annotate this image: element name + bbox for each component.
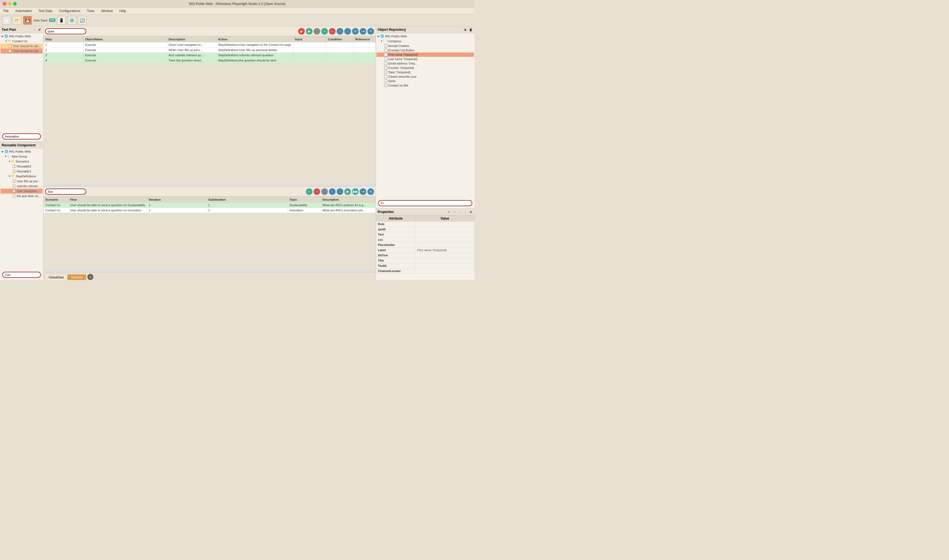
phone-icon[interactable]: 📱 bbox=[468, 28, 473, 32]
play-btn[interactable]: ▶ bbox=[306, 28, 313, 35]
test-plan-actions: ↑ 📌 bbox=[32, 28, 42, 32]
rc-new-group[interactable]: ▼ ✓ New Group bbox=[0, 154, 43, 159]
sc-add-btn[interactable]: + bbox=[306, 188, 313, 195]
pin-icon[interactable]: 📌 bbox=[37, 28, 42, 32]
sc-run-btn[interactable]: ▶ bbox=[344, 188, 351, 195]
table-row[interactable]: 1 Execute Given User navigates to... Ste… bbox=[44, 42, 376, 48]
repo-country[interactable]: Country *(required) bbox=[376, 66, 474, 70]
repo-contact-title[interactable]: Contact us title bbox=[376, 83, 474, 88]
tree-sustainability-label: User should be able to send a question o… bbox=[13, 45, 42, 48]
repo-email[interactable]: Email address *(required) bbox=[376, 61, 474, 66]
import-btn[interactable]: ⇥ bbox=[360, 28, 366, 35]
repo-contactus-btn[interactable]: [Contact Us] Button bbox=[376, 48, 474, 52]
rc-reusable2[interactable]: 📋 Reusable2 bbox=[0, 164, 43, 169]
repo-contactus-btn-label: [Contact Us] Button bbox=[388, 49, 414, 52]
open-button[interactable]: 📂 bbox=[12, 16, 22, 25]
tree-contact-us[interactable]: ▼ 📁 Contact Us bbox=[0, 39, 43, 44]
repo-accept-cookies[interactable]: Accept Cookies bbox=[376, 44, 474, 48]
monitor-icon[interactable]: 🖥 bbox=[463, 28, 467, 32]
save-button[interactable]: 💾 bbox=[23, 16, 32, 25]
down-btn[interactable]: ↓ bbox=[344, 28, 351, 35]
obj-repo-header: Object Repository 🖥 📱 bbox=[376, 26, 474, 33]
up-arrow-icon[interactable]: ↑ bbox=[32, 28, 36, 32]
tree-item-innovation[interactable]: 📋 User should be able to send a question… bbox=[0, 49, 43, 54]
repo-lastname[interactable]: Last name *(required) bbox=[376, 57, 474, 61]
table-row[interactable]: 3 Execute And submits relevant qu... Ste… bbox=[44, 53, 376, 58]
close-button[interactable] bbox=[3, 2, 6, 6]
scenario-table-scroll[interactable]: Scenario Flow Iteration Subiteration Top… bbox=[43, 197, 376, 270]
repo-contactus[interactable]: ▼ 📄 Contactus bbox=[376, 39, 474, 44]
sc-run2-btn[interactable]: ▶▶ bbox=[352, 188, 359, 195]
sync-icon[interactable]: 🔄 bbox=[78, 16, 87, 25]
step-table-scroll[interactable]: Step ObjectName Description Action Input… bbox=[43, 36, 376, 184]
props-remove-btn[interactable]: − bbox=[452, 210, 456, 214]
props-row: Role bbox=[376, 222, 474, 227]
rc-reusable1[interactable]: 📋 Reusable1 bbox=[0, 169, 43, 174]
table-row[interactable]: Contact Us User should be able to send a… bbox=[44, 203, 376, 208]
rc-stepdef-2[interactable]: 📋 User navigates to the Contact-Us page bbox=[0, 189, 43, 194]
menu-file[interactable]: File bbox=[2, 9, 9, 14]
sc-edit-btn[interactable]: ✎ bbox=[367, 188, 374, 195]
rc-stepdef-1[interactable]: 📋 submits relevant question bbox=[0, 184, 43, 189]
props-up-btn[interactable]: ↑ bbox=[458, 210, 462, 214]
bug-btn[interactable]: 🐛 bbox=[314, 28, 320, 35]
table-row[interactable]: Contact Us User should be able to send a… bbox=[44, 208, 376, 213]
mobile-icon[interactable]: 📱 bbox=[57, 16, 66, 25]
sc-globe-btn[interactable]: 🌐 bbox=[321, 188, 328, 195]
minimize-button[interactable] bbox=[8, 2, 12, 6]
window-controls[interactable] bbox=[3, 2, 17, 6]
table-row[interactable]: 2 Execute When User fills up pers... Ste… bbox=[44, 48, 376, 53]
tab-testdata[interactable]: TestData bbox=[67, 274, 86, 280]
repo-root-label: ING-Public-Web bbox=[385, 35, 407, 38]
rc-scenario1[interactable]: ▼ 📁 Scenario1 bbox=[0, 159, 43, 164]
menu-configurations[interactable]: Configurations bbox=[58, 9, 81, 14]
props-scroll[interactable]: Attribute Value RolexpathTextcssPlacehol… bbox=[376, 215, 474, 280]
rc-stepdef-3[interactable]: 📋 the que stion should be sent bbox=[0, 194, 43, 198]
run-btn[interactable]: ▶ bbox=[298, 28, 305, 35]
tree-item-sustainability[interactable]: 📋 User should be able to send a question… bbox=[0, 44, 43, 49]
test-plan-search[interactable] bbox=[2, 134, 41, 140]
table-row[interactable]: 4 Execute Then the question shoul... Ste… bbox=[44, 58, 376, 63]
repo-root[interactable]: ▶ 🌐 ING-Public-Web bbox=[376, 34, 474, 39]
refresh-btn[interactable]: ↺ bbox=[352, 28, 359, 35]
reusable-search[interactable] bbox=[2, 272, 41, 278]
tab-add-btn[interactable]: + bbox=[87, 274, 93, 280]
sc-down-btn[interactable]: ↓ bbox=[337, 188, 343, 195]
repo-firstname[interactable]: First name *(required) bbox=[376, 52, 474, 57]
repo-search-input[interactable] bbox=[378, 200, 472, 206]
menu-help[interactable]: Help bbox=[119, 9, 128, 14]
scenario-search-input[interactable] bbox=[45, 189, 86, 195]
sc-import-btn[interactable]: ⇥ bbox=[360, 188, 366, 195]
remove-step-btn[interactable]: − bbox=[329, 28, 336, 35]
props-add-btn[interactable]: + bbox=[447, 210, 451, 214]
repo-send[interactable]: Send bbox=[376, 79, 474, 83]
add-step-btn[interactable]: + bbox=[321, 28, 328, 35]
repo-topic[interactable]: Topic *(required) bbox=[376, 70, 474, 74]
rc-stepdefs[interactable]: ▼ 📁 StepDefinitions bbox=[0, 174, 43, 179]
menu-automation[interactable]: Automation bbox=[14, 9, 33, 14]
settings-icon[interactable]: ⚙️ bbox=[68, 16, 76, 25]
left-panel: Test Plan ↑ 📌 ▶ 🌐 ING-Public-Web ▼ 📁 Con… bbox=[0, 26, 43, 280]
rc-stepdef-0-label: User fills up personal details bbox=[17, 180, 42, 183]
rc-stepdef-0[interactable]: 📋 User fills up personal details bbox=[0, 179, 43, 184]
edit-btn[interactable]: ✎ bbox=[367, 28, 374, 35]
sc-up-btn[interactable]: ↑ bbox=[329, 188, 336, 195]
props-down-btn[interactable]: ↓ bbox=[463, 210, 467, 214]
menu-window[interactable]: Window bbox=[100, 9, 114, 14]
scenario-scrollbar-h[interactable] bbox=[43, 270, 376, 272]
tree-root-web[interactable]: ▶ 🌐 ING-Public-Web bbox=[0, 34, 43, 39]
tab-globaldata[interactable]: GlobalData bbox=[45, 274, 67, 280]
new-button[interactable]: 📄 bbox=[2, 16, 11, 25]
step-search-input[interactable] bbox=[45, 28, 86, 34]
rc-stepdef-2-label: User navigates to the Contact-Us page bbox=[17, 189, 42, 193]
sc-remove-btn[interactable]: − bbox=[314, 188, 320, 195]
menu-testdata[interactable]: Test Data bbox=[37, 9, 54, 14]
props-settings-btn[interactable]: ⚙ bbox=[468, 210, 473, 214]
repo-describe[interactable]: Clearly describe your bbox=[376, 74, 474, 79]
maximize-button[interactable] bbox=[13, 2, 17, 6]
up-btn[interactable]: ↑ bbox=[337, 28, 343, 35]
step-scrollbar-h[interactable] bbox=[43, 184, 376, 186]
menu-tools[interactable]: Tools bbox=[86, 9, 96, 14]
auto-save-badge: ON bbox=[49, 18, 55, 22]
rc-root[interactable]: ▶ 🌐 ING-Public-Web bbox=[0, 149, 43, 154]
